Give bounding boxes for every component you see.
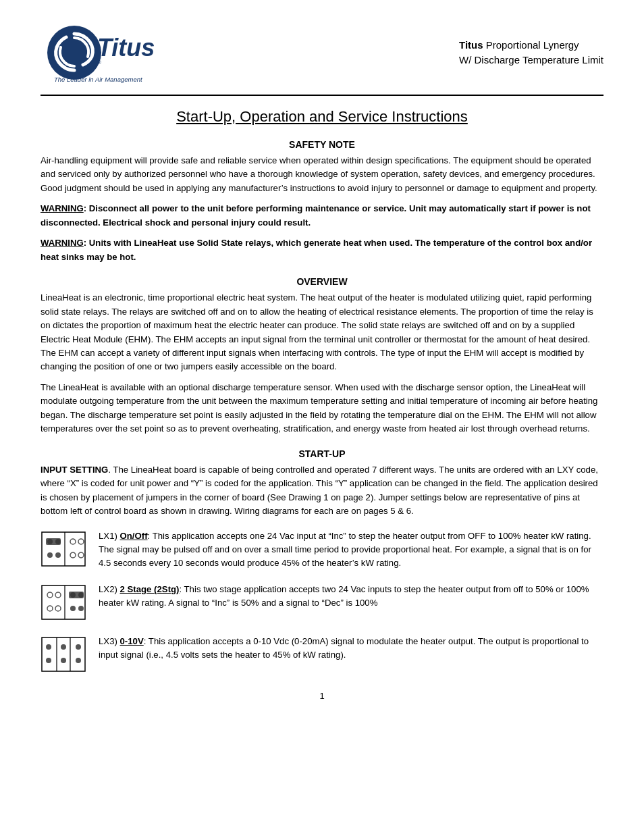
svg-point-33	[61, 658, 66, 663]
jumper-icon-lx3	[41, 636, 86, 675]
startup-item: LX3) 0-10V: This application accepts a 0…	[41, 635, 603, 675]
svg-point-13	[78, 552, 84, 558]
warning2-label: WARNING	[41, 238, 84, 248]
svg-point-17	[47, 592, 53, 598]
startup-item-content-LX1: LX1) On/Off: This application accepts on…	[99, 529, 603, 571]
safety-heading: SAFETY NOTE	[41, 139, 603, 150]
logo-area: Titus ® The Leader in Air Management	[41, 19, 176, 86]
warning1-label: WARNING	[41, 203, 84, 213]
svg-rect-15	[42, 585, 85, 619]
startup-item-type-LX3: 0-10V	[120, 636, 144, 646]
svg-point-20	[55, 606, 61, 611]
titus-logo: Titus ® The Leader in Air Management	[41, 19, 176, 86]
safety-body: Air-handling equipment will provide safe…	[41, 154, 603, 195]
overview-heading: OVERVIEW	[41, 276, 603, 287]
startup-item-text-LX1: : This application accepts one 24 Vac in…	[99, 531, 591, 569]
warning1: WARNING: Disconnect all power to the uni…	[41, 202, 603, 230]
svg-text:The Leader in Air Management: The Leader in Air Management	[54, 76, 142, 83]
svg-point-24	[78, 606, 84, 611]
safety-section: SAFETY NOTE Air-handling equipment will …	[41, 139, 603, 264]
svg-rect-26	[42, 637, 85, 671]
svg-point-19	[47, 606, 53, 611]
svg-rect-25	[69, 592, 84, 598]
header: Titus ® The Leader in Air Management Tit…	[41, 19, 603, 96]
svg-point-32	[46, 658, 51, 663]
svg-text:®: ®	[97, 59, 101, 66]
overview-section: OVERVIEW LineaHeat is an electronic, tim…	[41, 276, 603, 436]
warning1-text: : Disconnect all power to the unit befor…	[41, 203, 591, 227]
svg-rect-14	[46, 538, 61, 545]
svg-point-12	[70, 552, 76, 558]
startup-intro: INPUT SETTING. The LineaHeat board is ca…	[41, 463, 603, 519]
svg-point-30	[61, 644, 66, 650]
product-title-line: Titus Proportional Lynergy	[459, 38, 603, 53]
page-number: 1	[41, 691, 603, 701]
product-brand: Titus	[459, 39, 483, 51]
page-title: Start-Up, Operation and Service Instruct…	[41, 108, 603, 126]
svg-point-10	[70, 539, 76, 544]
startup-item-content-LX3: LX3) 0-10V: This application accepts a 0…	[99, 635, 603, 662]
svg-text:Titus: Titus	[97, 34, 155, 61]
startup-intro-text: . The LineaHeat board is capable of bein…	[41, 465, 598, 516]
startup-item: LX2) 2 Stage (2Stg): This two stage appl…	[41, 583, 603, 623]
startup-item-type-LX2: 2 Stage (2Stg)	[120, 584, 180, 594]
header-product-info: Titus Proportional Lynergy W/ Discharge …	[459, 38, 603, 68]
svg-point-29	[46, 644, 51, 650]
startup-heading: START-UP	[41, 448, 603, 459]
overview-para2: The LineaHeat is available with an optio…	[41, 381, 603, 436]
product-subtitle: Proportional Lynergy	[486, 39, 579, 51]
startup-item-id-LX3: LX3)	[99, 636, 120, 646]
jumper-icon-lx1	[41, 531, 86, 569]
startup-item-content-LX2: LX2) 2 Stage (2Stg): This two stage appl…	[99, 583, 603, 610]
startup-item-text-LX3: : This application accepts a 0-10 Vdc (0…	[99, 636, 589, 660]
startup-item-id-LX1: LX1)	[99, 531, 120, 541]
svg-rect-4	[42, 532, 85, 566]
product-line2: W/ Discharge Temperature Limit	[459, 53, 603, 68]
startup-intro-bold: INPUT SETTING	[41, 465, 108, 475]
startup-section: START-UP INPUT SETTING. The LineaHeat bo…	[41, 448, 603, 675]
overview-para1: LineaHeat is an electronic, time proport…	[41, 291, 603, 374]
startup-item-type-LX1: On/Off	[120, 531, 148, 541]
startup-items-list: LX1) On/Off: This application accepts on…	[41, 529, 603, 675]
svg-point-18	[55, 592, 61, 598]
jumper-icon-lx2	[41, 584, 86, 623]
svg-point-34	[76, 658, 81, 663]
startup-item: LX1) On/Off: This application accepts on…	[41, 529, 603, 571]
svg-point-8	[47, 552, 53, 558]
page: Titus ® The Leader in Air Management Tit…	[0, 0, 644, 834]
svg-point-31	[76, 644, 81, 650]
warning2-text: : Units with LineaHeat use Solid State r…	[41, 238, 592, 261]
svg-point-23	[70, 606, 76, 611]
startup-item-id-LX2: LX2)	[99, 584, 120, 594]
svg-point-11	[78, 539, 84, 544]
svg-point-9	[55, 552, 61, 558]
warning2: WARNING: Units with LineaHeat use Solid …	[41, 236, 603, 264]
